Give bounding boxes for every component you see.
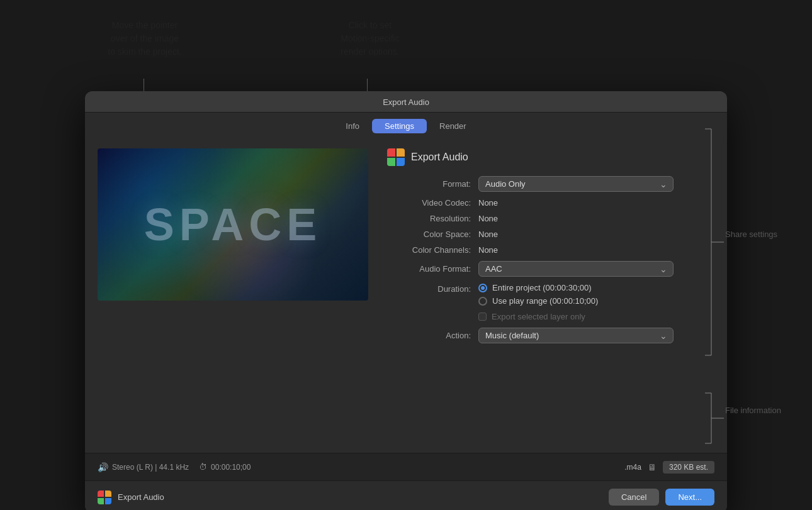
color-space-row: Color Space: None <box>387 230 714 239</box>
checkbox-export-layer[interactable] <box>478 313 487 321</box>
footer-icon <box>98 491 111 504</box>
action-row: Action: Music (default) <box>387 328 714 343</box>
monitor-icon: 🖥 <box>648 462 657 472</box>
resolution-row: Resolution: None <box>387 214 714 223</box>
duration-label: Duration: <box>387 283 478 294</box>
action-select[interactable]: Music (default) <box>478 328 674 343</box>
duration-info: ⏱ 00:00:10;00 <box>199 462 251 472</box>
duration-row: Duration: Entire project (00:00:30;00) U… <box>387 283 714 306</box>
duration-play-range-option[interactable]: Use play range (00:00:10;00) <box>478 296 598 306</box>
video-codec-row: Video Codec: None <box>387 198 714 208</box>
icon-q2 <box>397 148 405 157</box>
content-area: SPACE Export Audio Format: <box>85 138 727 453</box>
color-space-label: Color Space: <box>387 230 478 239</box>
audio-format-row: Audio Format: AAC <box>387 261 714 277</box>
video-codec-value: None <box>478 198 498 208</box>
preview-panel: SPACE <box>98 148 368 443</box>
export-layer-row: Export selected layer only <box>387 312 714 321</box>
audio-format-label: Audio Format: <box>387 264 478 274</box>
clock-icon: ⏱ <box>199 462 207 472</box>
action-label: Action: <box>387 331 478 340</box>
format-label: Format: <box>387 179 478 189</box>
icon-q4 <box>397 158 405 166</box>
status-bar: 🔊 Stereo (L R) | 44.1 kHz ⏱ 00:00:10;00 … <box>85 453 727 480</box>
export-header-title: Export Audio <box>411 152 468 163</box>
export-layer-checkbox[interactable]: Export selected layer only <box>478 312 585 321</box>
status-left: 🔊 Stereo (L R) | 44.1 kHz ⏱ 00:00:10;00 <box>98 462 251 472</box>
file-information-annotation: File information <box>725 406 781 415</box>
footer-title: Export Audio <box>118 492 164 502</box>
footer-right: Cancel Next... <box>609 489 714 506</box>
format-row: Format: Audio Only <box>387 176 714 192</box>
space-text: SPACE <box>144 199 322 250</box>
preview-image: SPACE <box>98 148 368 301</box>
audio-format-select[interactable]: AAC <box>478 261 674 277</box>
file-size-badge: 320 KB est. <box>663 461 714 474</box>
tooltip-right: Click to setMotion-specificrender option… <box>307 19 433 58</box>
resolution-label: Resolution: <box>387 214 478 223</box>
title-bar: Export Audio <box>85 91 727 113</box>
share-settings-annotation: Share settings <box>725 230 777 239</box>
tab-bar: Info Settings Render <box>85 113 727 138</box>
tab-settings[interactable]: Settings <box>372 119 427 133</box>
next-button[interactable]: Next... <box>665 489 714 506</box>
radio-entire-project[interactable] <box>478 284 487 292</box>
footer-left: Export Audio <box>98 491 164 504</box>
audio-info: 🔊 Stereo (L R) | 44.1 kHz <box>98 462 189 472</box>
tab-info[interactable]: Info <box>333 119 372 133</box>
color-space-value: None <box>478 230 498 239</box>
audio-format-select-wrapper: AAC <box>478 261 674 277</box>
status-right: .m4a 🖥 320 KB est. <box>624 461 714 474</box>
format-select[interactable]: Audio Only <box>478 176 674 192</box>
duration-radio-group: Entire project (00:00:30;00) Use play ra… <box>478 283 598 306</box>
motion-app-icon <box>387 148 405 166</box>
cancel-button[interactable]: Cancel <box>609 489 659 506</box>
icon-q3 <box>387 158 395 166</box>
color-channels-row: Color Channels: None <box>387 245 714 255</box>
action-select-wrapper: Music (default) <box>478 328 674 343</box>
color-channels-value: None <box>478 245 498 255</box>
format-select-wrapper: Audio Only <box>478 176 674 192</box>
settings-panel: Export Audio Format: Audio Only Video Co… <box>381 148 714 443</box>
tab-render[interactable]: Render <box>427 119 479 133</box>
icon-q1 <box>387 148 395 157</box>
video-codec-label: Video Codec: <box>387 198 478 208</box>
footer-bar: Export Audio Cancel Next... <box>85 480 727 510</box>
export-dialog: Export Audio Info Settings Render SPACE <box>85 91 727 510</box>
resolution-value: None <box>478 214 498 223</box>
color-channels-label: Color Channels: <box>387 245 478 255</box>
export-header: Export Audio <box>387 148 714 166</box>
radio-play-range[interactable] <box>478 297 487 306</box>
file-format-badge: .m4a <box>624 463 641 472</box>
tooltip-left: Move the pointerover of the imageto skim… <box>76 19 214 58</box>
duration-entire-option[interactable]: Entire project (00:00:30;00) <box>478 283 598 292</box>
speaker-icon: 🔊 <box>98 462 108 472</box>
dialog-title: Export Audio <box>383 97 429 107</box>
